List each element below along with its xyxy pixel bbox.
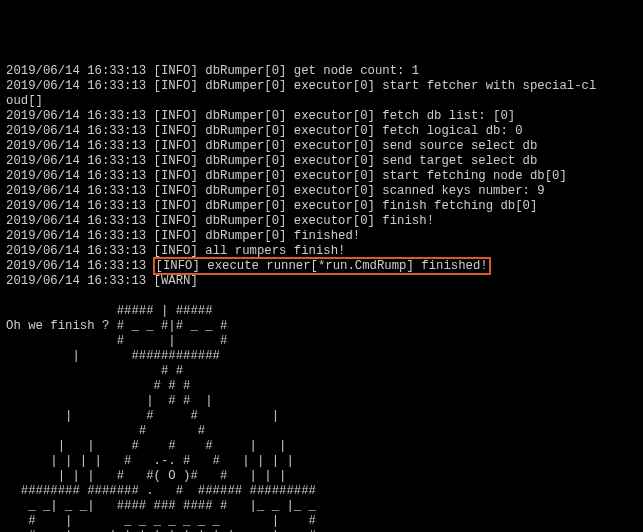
log-message: dbRumper[0] executor[0] send source sele… [205, 139, 537, 153]
log-message: dbRumper[0] executor[0] send target sele… [205, 154, 537, 168]
log-message: dbRumper[0] executor[0] finish! [205, 214, 434, 228]
log-message: dbRumper[0] executor[0] fetch db list: [… [205, 109, 515, 123]
log-message: dbRumper[0] executor[0] start fetching n… [205, 169, 567, 183]
log-level: [INFO] [154, 64, 206, 78]
log-timestamp: 2019/06/14 16:33:13 [6, 154, 154, 168]
log-level: [INFO] [154, 169, 206, 183]
log-level: [INFO] [154, 214, 206, 228]
log-message: dbRumper[0] executor[0] scanned keys num… [205, 184, 544, 198]
log-timestamp: 2019/06/14 16:33:13 [6, 184, 154, 198]
terminal-output: 2019/06/14 16:33:13 [INFO] dbRumper[0] g… [6, 64, 637, 289]
log-level: [INFO] [154, 79, 206, 93]
log-timestamp: 2019/06/14 16:33:13 [6, 79, 154, 93]
log-level: [INFO] [156, 259, 208, 273]
log-message-wrap: oud[] [6, 94, 43, 108]
log-level: [INFO] [154, 124, 206, 138]
log-level: [WARN] [154, 274, 206, 288]
log-timestamp: 2019/06/14 16:33:13 [6, 169, 154, 183]
log-message: dbRumper[0] get node count: 1 [205, 64, 419, 78]
log-message: dbRumper[0] finished! [205, 229, 360, 243]
log-timestamp: 2019/06/14 16:33:13 [6, 214, 154, 228]
log-timestamp: 2019/06/14 16:33:13 [6, 124, 154, 138]
log-timestamp: 2019/06/14 16:33:13 [6, 274, 154, 288]
log-message: dbRumper[0] executor[0] fetch logical db… [205, 124, 522, 138]
log-message: all rumpers finish! [205, 244, 345, 258]
log-level: [INFO] [154, 139, 206, 153]
ascii-art: ##### | ##### Oh we finish ? # _ _ #|# _… [6, 304, 637, 532]
log-timestamp: 2019/06/14 16:33:13 [6, 139, 154, 153]
highlighted-log: [INFO] execute runner[*run.CmdRump] fini… [153, 257, 491, 275]
log-timestamp: 2019/06/14 16:33:13 [6, 259, 154, 273]
log-level: [INFO] [154, 244, 206, 258]
log-timestamp: 2019/06/14 16:33:13 [6, 229, 154, 243]
log-message: execute runner[*run.CmdRump] finished! [207, 259, 487, 273]
log-timestamp: 2019/06/14 16:33:13 [6, 244, 154, 258]
log-message: dbRumper[0] executor[0] finish fetching … [205, 199, 537, 213]
log-level: [INFO] [154, 199, 206, 213]
log-message: dbRumper[0] executor[0] start fetcher wi… [205, 79, 596, 93]
log-timestamp: 2019/06/14 16:33:13 [6, 64, 154, 78]
log-level: [INFO] [154, 229, 206, 243]
log-timestamp: 2019/06/14 16:33:13 [6, 109, 154, 123]
log-level: [INFO] [154, 109, 206, 123]
log-level: [INFO] [154, 154, 206, 168]
log-level: [INFO] [154, 184, 206, 198]
log-timestamp: 2019/06/14 16:33:13 [6, 199, 154, 213]
